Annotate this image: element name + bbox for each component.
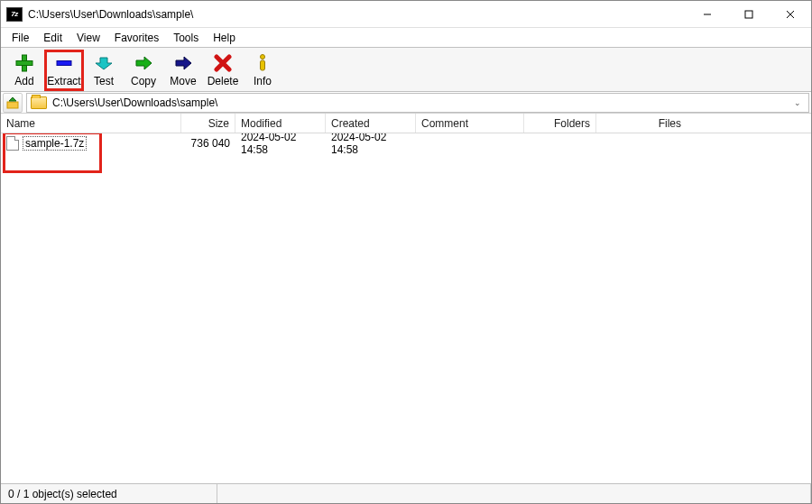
header-modified[interactable]: Modified (235, 114, 326, 133)
add-label: Add (14, 75, 33, 87)
check-icon (94, 53, 114, 73)
header-created[interactable]: Created (326, 114, 416, 133)
file-size: 736 040 (181, 133, 235, 152)
up-button[interactable] (3, 93, 23, 113)
header-folders[interactable]: Folders (524, 114, 596, 133)
svg-marker-7 (96, 58, 112, 69)
svg-point-10 (261, 55, 265, 60)
info-label: Info (254, 75, 272, 87)
svg-rect-12 (7, 102, 18, 108)
file-created: 2024-05-02 14:58 (326, 133, 416, 152)
maximize-button[interactable] (728, 1, 770, 28)
address-bar: C:\Users\User\Downloads\sample\ ⌄ (1, 92, 811, 114)
menu-view[interactable]: View (69, 28, 107, 47)
menu-edit[interactable]: Edit (36, 28, 69, 47)
menu-tools[interactable]: Tools (166, 28, 206, 47)
extract-label: Extract (47, 75, 80, 87)
svg-rect-1 (745, 11, 752, 18)
svg-marker-8 (136, 57, 152, 69)
test-button[interactable]: Test (84, 50, 124, 91)
file-list[interactable]: sample-1.7z 736 040 2024-05-02 14:58 202… (1, 133, 811, 483)
menu-favorites[interactable]: Favorites (107, 28, 166, 47)
file-folders (524, 133, 596, 152)
menu-file[interactable]: File (5, 28, 36, 47)
file-icon (6, 136, 19, 151)
svg-rect-6 (57, 61, 71, 66)
status-bar: 0 / 1 object(s) selected (1, 483, 811, 503)
file-comment (416, 133, 524, 152)
status-spacer (217, 484, 811, 503)
extract-button[interactable]: Extract (44, 50, 84, 91)
window-title: C:\Users\User\Downloads\sample\ (28, 8, 193, 21)
svg-rect-5 (16, 61, 32, 66)
delete-button[interactable]: Delete (203, 50, 243, 91)
file-name: sample-1.7z (23, 136, 87, 151)
plus-icon (14, 53, 34, 73)
folder-icon (31, 96, 47, 109)
window-controls (687, 1, 811, 28)
up-arrow-folder-icon (6, 96, 19, 109)
add-button[interactable]: Add (5, 50, 44, 91)
info-button[interactable]: Info (243, 50, 282, 91)
test-label: Test (94, 75, 114, 87)
header-size[interactable]: Size (181, 114, 235, 133)
toolbar: Add Extract Test Copy Move Delete Info (1, 48, 811, 92)
delete-label: Delete (208, 75, 239, 87)
list-item[interactable]: sample-1.7z 736 040 2024-05-02 14:58 202… (1, 133, 811, 152)
move-button[interactable]: Move (163, 50, 203, 91)
minimize-button[interactable] (687, 1, 728, 28)
arrow-right-blue-icon (173, 53, 193, 73)
app-icon: 7z (6, 7, 23, 22)
close-button[interactable] (770, 1, 811, 28)
column-headers: Name Size Modified Created Comment Folde… (1, 114, 811, 133)
chevron-down-icon[interactable]: ⌄ (790, 94, 805, 112)
minus-icon (54, 53, 74, 73)
file-modified: 2024-05-02 14:58 (235, 133, 326, 152)
menu-bar: File Edit View Favorites Tools Help (1, 28, 811, 48)
copy-label: Copy (131, 75, 156, 87)
info-icon (253, 53, 272, 73)
header-name[interactable]: Name (1, 114, 181, 133)
header-comment[interactable]: Comment (416, 114, 524, 133)
move-label: Move (170, 75, 196, 87)
x-icon (213, 53, 233, 73)
header-files[interactable]: Files (596, 114, 687, 133)
file-files (596, 133, 687, 152)
arrow-right-green-icon (134, 53, 153, 73)
copy-button[interactable]: Copy (124, 50, 163, 91)
status-selection: 0 / 1 object(s) selected (1, 484, 217, 503)
svg-marker-9 (176, 57, 191, 69)
menu-help[interactable]: Help (206, 28, 243, 47)
svg-marker-13 (9, 97, 16, 101)
title-bar: 7z C:\Users\User\Downloads\sample\ (1, 1, 811, 28)
address-path: C:\Users\User\Downloads\sample\ (52, 96, 217, 109)
svg-rect-11 (261, 60, 265, 70)
address-input[interactable]: C:\Users\User\Downloads\sample\ ⌄ (26, 93, 809, 113)
